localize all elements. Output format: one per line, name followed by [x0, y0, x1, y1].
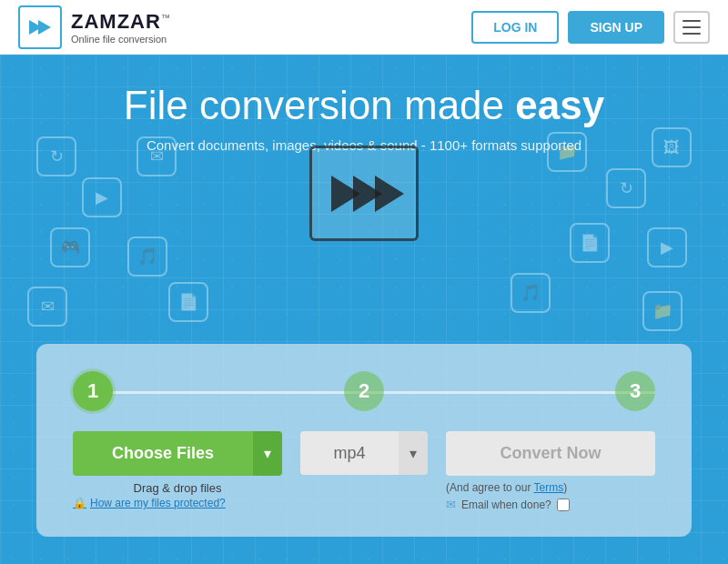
svg-marker-1: [38, 20, 51, 35]
center-play-icon: [309, 146, 419, 241]
deco-icon-12: 📄: [570, 223, 610, 263]
deco-icon-6: ✉: [27, 287, 67, 327]
header-buttons: LOG IN SIGN UP: [471, 11, 710, 44]
lock-icon: 🔒: [73, 497, 86, 509]
drag-drop-text: Drag & drop files: [73, 481, 282, 495]
step-1-circle: 1: [73, 371, 113, 411]
convert-group: Convert Now (And agree to our Terms) ✉ E…: [446, 431, 655, 511]
convert-now-button[interactable]: Convert Now: [446, 431, 655, 476]
choose-files-btn-wrap: Choose Files ▾: [73, 431, 282, 476]
deco-icon-5: 🎵: [127, 237, 167, 277]
deco-icon-7: 📄: [168, 282, 208, 322]
deco-icon-14: 📁: [642, 291, 682, 331]
controls-row: Choose Files ▾ Drag & drop files 🔒 How a…: [73, 431, 655, 511]
converter-card: 1 2 3 Choose Files ▾ Drag & drop files 🔒…: [36, 344, 692, 537]
hero-title: File conversion made easy: [0, 82, 728, 130]
hamburger-line-1: [682, 20, 701, 22]
steps-row: 1 2 3: [73, 371, 655, 411]
choose-files-group: Choose Files ▾ Drag & drop files 🔒 How a…: [73, 431, 282, 509]
play-arrow-3: [375, 176, 404, 212]
step-3-circle: 3: [615, 371, 655, 411]
choose-files-button[interactable]: Choose Files: [73, 431, 253, 476]
format-select-wrap: mp4 mp3 avi mov pdf jpg ▾: [300, 431, 428, 475]
protected-label[interactable]: How are my files protected?: [90, 497, 226, 509]
logo-name: ZAMZAR™: [71, 10, 171, 34]
logo-text: ZAMZAR™ Online file conversion: [71, 10, 171, 45]
deco-icon-13: 🎵: [511, 273, 551, 313]
deco-icon-2: ▶: [82, 177, 122, 217]
play-arrows: [331, 176, 397, 212]
hamburger-line-3: [682, 33, 701, 35]
logo-subtitle: Online file conversion: [71, 34, 171, 45]
login-button[interactable]: LOG IN: [471, 11, 559, 44]
terms-link[interactable]: Terms: [534, 481, 564, 494]
protected-link[interactable]: 🔒 How are my files protected?: [73, 497, 226, 509]
step-2-circle: 2: [344, 371, 384, 411]
email-label: Email when done?: [461, 499, 551, 511]
format-group: mp4 mp3 avi mov pdf jpg ▾: [300, 431, 428, 475]
terms-text: (And agree to our Terms): [446, 481, 567, 494]
deco-icon-11: ▶: [647, 227, 687, 267]
deco-icon-4: 🎮: [50, 227, 90, 267]
hero-text: File conversion made easy Convert docume…: [0, 55, 728, 153]
format-dropdown-button[interactable]: ▾: [399, 431, 428, 475]
choose-files-dropdown-button[interactable]: ▾: [253, 431, 282, 476]
deco-icon-9: ↻: [606, 168, 646, 208]
email-icon: ✉: [446, 498, 456, 511]
email-row: ✉ Email when done?: [446, 498, 570, 511]
logo-area: ZAMZAR™ Online file conversion: [18, 5, 171, 49]
signup-button[interactable]: SIGN UP: [568, 11, 664, 44]
logo-icon: [18, 5, 62, 49]
hero-section: ↻ ▶ ✉ 🎮 🎵 ✉ 📄 🖼 ↻ 📁 ▶ 📄 🎵 📁 File convers…: [0, 55, 728, 564]
menu-button[interactable]: [673, 11, 710, 44]
header: ZAMZAR™ Online file conversion LOG IN SI…: [0, 0, 728, 55]
format-select[interactable]: mp4 mp3 avi mov pdf jpg: [300, 431, 399, 475]
hamburger-line-2: [682, 26, 701, 28]
email-checkbox[interactable]: [557, 499, 570, 511]
